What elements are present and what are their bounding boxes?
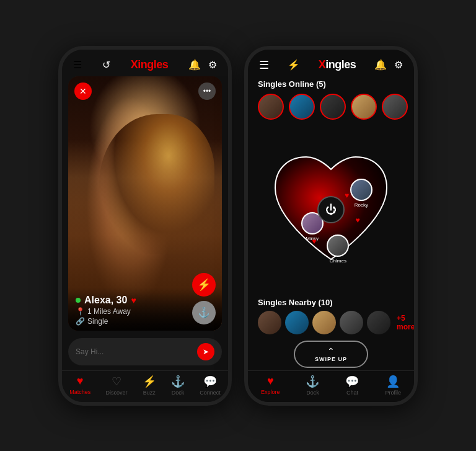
filter-icon-phone1[interactable]: ⚙: [208, 59, 217, 71]
phone1-topbar: ☰ ↺ Xingles 🔔 ⚙: [62, 50, 228, 76]
status-icon: 🔗: [76, 317, 85, 326]
dock-label-p2: Dock: [306, 390, 319, 396]
heart-person-rocky[interactable]: Rocky: [350, 179, 372, 208]
phones-container: ☰ ↺ Xingles 🔔 ⚙ ✕ ••• Alexa, 30 ♥: [46, 33, 430, 418]
matches-icon: ♥: [77, 375, 84, 388]
buzz-button[interactable]: ⚡: [192, 273, 216, 297]
chimes-avatar: [327, 234, 349, 257]
undo-icon[interactable]: ↺: [102, 59, 110, 71]
online-avatar-3[interactable]: [320, 94, 346, 120]
distance-text: 1 Miles Away: [87, 307, 131, 316]
close-button[interactable]: ✕: [74, 83, 92, 100]
online-avatar-1[interactable]: [258, 94, 284, 120]
rocky-name: Rocky: [355, 202, 368, 208]
nav-chat-p2[interactable]: 💬 Chat: [345, 375, 359, 396]
nav-connect[interactable]: 💬 Connect: [200, 375, 221, 396]
explore-label: Explore: [261, 389, 280, 395]
connect-icon: 💬: [203, 375, 217, 388]
phone2-topbar: ☰ ⚡ Xingles 🔔 ⚙: [248, 50, 414, 77]
chat-bar: Say Hi... ➤: [68, 338, 222, 365]
logo-x-p2: X: [319, 58, 326, 71]
singles-online-section: Singles Online (5): [248, 77, 414, 125]
nearby-avatar-1[interactable]: [258, 311, 281, 334]
name-text: Alexa, 30: [84, 295, 127, 306]
chat-placeholder[interactable]: Say Hi...: [76, 347, 192, 356]
explore-icon: ♥: [267, 375, 274, 388]
nav-dock[interactable]: ⚓ Dock: [171, 375, 185, 396]
more-button[interactable]: •••: [198, 83, 216, 100]
phone1-bottom-nav: ♥ Matches ♡ Discover ⚡ Buzz ⚓ Dock 💬 Con…: [62, 370, 228, 402]
nearby-avatar-4[interactable]: [340, 311, 363, 334]
nav-dock-p2[interactable]: ⚓ Dock: [306, 375, 319, 396]
online-avatars-row: [258, 94, 404, 120]
profile-icon-p2: 👤: [386, 375, 400, 388]
heart-dot-2: ♥: [356, 216, 360, 225]
heart-dot-3: ♥: [312, 237, 316, 246]
nav-discover[interactable]: ♡ Discover: [105, 375, 127, 396]
send-button[interactable]: ➤: [197, 343, 214, 360]
logo-x: X: [131, 58, 138, 71]
nav-profile-p2[interactable]: 👤 Profile: [385, 375, 401, 396]
online-avatar-4[interactable]: [351, 94, 377, 120]
phone2: ☰ ⚡ Xingles 🔔 ⚙ Singles Online (5): [244, 46, 418, 406]
chat-icon-p2: 💬: [345, 375, 359, 388]
singles-online-title: Singles Online (5): [258, 79, 404, 89]
phone1: ☰ ↺ Xingles 🔔 ⚙ ✕ ••• Alexa, 30 ♥: [58, 46, 232, 406]
nav-buzz[interactable]: ⚡ Buzz: [143, 375, 156, 396]
buzz-nav-label: Buzz: [143, 390, 156, 396]
singles-nearby-section: Singles Nearby (10) +5 mores: [248, 295, 414, 337]
app-logo-phone1: Xingles: [131, 58, 169, 71]
logo-text-p2: ingles: [325, 58, 356, 71]
rocky-avatar: [350, 179, 372, 201]
bell-icon-p2[interactable]: 🔔: [374, 59, 387, 71]
dock-icon-p2: ⚓: [306, 375, 319, 388]
singles-nearby-title: Singles Nearby (10): [258, 298, 404, 307]
menu-icon-p2[interactable]: ☰: [259, 58, 269, 72]
dock-label: Dock: [172, 390, 185, 396]
chimes-name: Chimes: [330, 258, 346, 264]
heart-dot-1: ♥: [345, 191, 349, 200]
buzz-nav-icon: ⚡: [143, 375, 156, 388]
swipe-up-button[interactable]: ⌃ SWIPE UP: [294, 341, 368, 368]
nav-matches[interactable]: ♥ Matches: [69, 375, 90, 396]
phone2-bottom-nav: ♥ Explore ⚓ Dock 💬 Chat 👤 Profile: [248, 370, 414, 402]
nearby-avatars-row: +5 mores: [258, 311, 404, 334]
anchor-button[interactable]: ⚓: [192, 301, 216, 324]
online-avatar-2[interactable]: [289, 94, 315, 120]
heart-section: ⏻ Minky Rocky Chimes ♥ ♥: [253, 125, 409, 295]
location-icon: 📍: [76, 307, 85, 316]
swipe-up-text: SWIPE UP: [315, 356, 347, 362]
nearby-avatar-3[interactable]: [312, 311, 336, 334]
menu-icon[interactable]: ☰: [73, 59, 82, 71]
chat-label-p2: Chat: [346, 390, 358, 396]
online-avatar-5[interactable]: [382, 94, 408, 120]
discover-label: Discover: [105, 390, 127, 396]
nearby-avatar-5[interactable]: [367, 311, 390, 334]
online-indicator: [76, 298, 81, 303]
heart-container: ⏻ Minky Rocky Chimes ♥ ♥: [263, 148, 399, 272]
buzz-icon-p2[interactable]: ⚡: [288, 59, 300, 71]
profile-name: Alexa, 30 ♥: [76, 295, 214, 306]
more-count-label[interactable]: +5 mores: [397, 314, 418, 331]
profile-label-p2: Profile: [385, 390, 401, 396]
logo-text: ingles: [138, 58, 168, 71]
dock-icon: ⚓: [171, 375, 185, 388]
connect-label: Connect: [200, 390, 221, 396]
heart-person-chimes[interactable]: Chimes: [327, 234, 349, 264]
heart-power-button[interactable]: ⏻: [317, 196, 345, 223]
nearby-avatar-2[interactable]: [285, 311, 309, 334]
profile-card: ✕ ••• Alexa, 30 ♥ 📍 1 Miles Away 🔗 Singl…: [68, 76, 222, 331]
topbar-icons-phone1: 🔔 ⚙: [188, 59, 217, 71]
matches-label: Matches: [69, 389, 90, 395]
discover-icon: ♡: [112, 375, 121, 388]
status-text: Single: [87, 317, 108, 326]
filter-icon-p2[interactable]: ⚙: [394, 59, 403, 71]
app-logo-phone2: Xingles: [319, 58, 356, 71]
heart-icon-profile: ♥: [131, 295, 136, 305]
swipe-up-arrow-icon: ⌃: [327, 346, 335, 356]
nav-explore[interactable]: ♥ Explore: [261, 375, 280, 396]
topbar-icons-phone2: 🔔 ⚙: [374, 59, 403, 71]
bell-icon-phone1[interactable]: 🔔: [188, 59, 201, 71]
